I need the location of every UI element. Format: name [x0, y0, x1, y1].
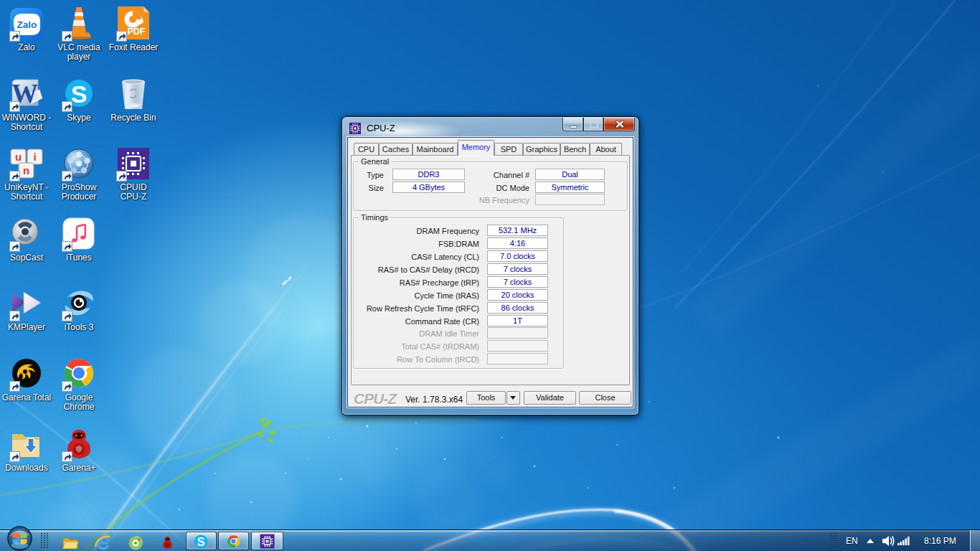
svg-text:S: S	[71, 80, 88, 108]
svg-text:PDF: PDF	[128, 27, 146, 37]
svg-text:i: i	[33, 151, 36, 163]
svg-text:S: S	[197, 536, 205, 548]
svg-text:Zalo: Zalo	[17, 19, 37, 30]
svg-text:n: n	[23, 164, 29, 176]
svg-text:u: u	[15, 151, 22, 163]
